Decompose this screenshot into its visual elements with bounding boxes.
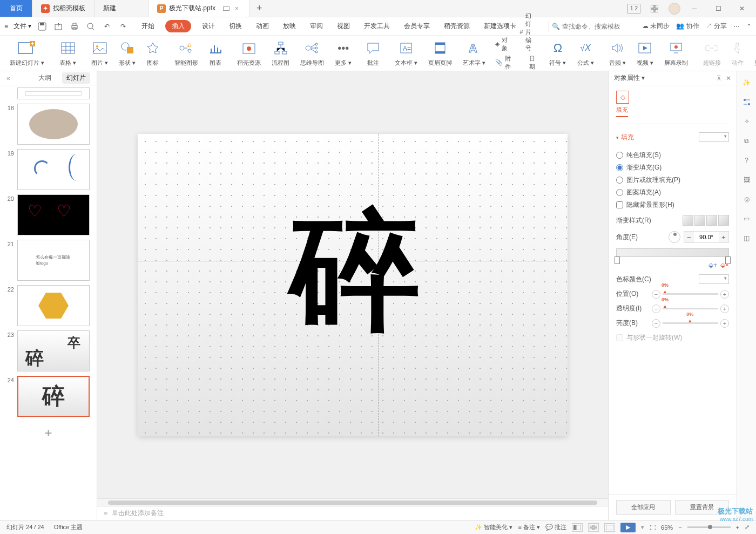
sidebar-image-icon[interactable]: 🖼	[742, 175, 752, 185]
menu-insert[interactable]: 插入	[165, 20, 191, 32]
sidebar-cube-icon[interactable]: ◫	[742, 233, 752, 243]
ribbon-screen-record[interactable]: 屏幕录制	[659, 39, 693, 67]
ribbon-flowchart[interactable]: 流程图	[266, 39, 295, 67]
print-icon[interactable]	[69, 21, 80, 32]
horizontal-scrollbar[interactable]	[97, 498, 608, 506]
tab-close-icon[interactable]: ×	[233, 5, 241, 12]
tab-home[interactable]: 首页	[0, 0, 32, 17]
ribbon-docer-res[interactable]: 稻壳资源	[232, 39, 266, 67]
fill-tab[interactable]: 填充	[616, 106, 628, 117]
smart-beautify[interactable]: ✨ 智能美化 ▾	[475, 523, 512, 531]
position-increase[interactable]: +	[720, 290, 729, 299]
zoom-value[interactable]: 65%	[661, 524, 673, 531]
close-panel-icon[interactable]: ✕	[726, 75, 731, 82]
position-decrease[interactable]: −	[652, 290, 660, 299]
ribbon-new-slide[interactable]: 新建幻灯片 ▾	[4, 39, 50, 67]
menu-hamburger-icon[interactable]: ≡	[4, 23, 8, 30]
slide-text[interactable]: 碎	[291, 185, 415, 360]
slide-thumb-23[interactable]: 23 碎卒	[4, 330, 92, 371]
ribbon-slide-number[interactable]: # 幻灯片编号	[519, 12, 535, 52]
menu-docer[interactable]: 稻壳资源	[441, 19, 473, 33]
tab-add[interactable]: +	[250, 0, 269, 17]
angle-spinner[interactable]: − +	[684, 231, 729, 243]
undo-icon[interactable]: ↶	[102, 21, 112, 32]
add-slide-button[interactable]: +	[4, 421, 92, 445]
section-fill[interactable]: 填充	[616, 133, 634, 142]
gradient-stop-right[interactable]	[725, 256, 731, 264]
angle-input[interactable]	[694, 234, 719, 240]
fill-tab-icon[interactable]: ◇	[616, 91, 629, 104]
sidebar-device-icon[interactable]: ▭	[742, 214, 752, 224]
sidebar-target-icon[interactable]: ◎	[742, 194, 752, 204]
sidebar-anim-icon[interactable]: ✧	[742, 117, 752, 126]
brightness-increase[interactable]: +	[720, 319, 729, 328]
search-input[interactable]	[562, 23, 632, 30]
menu-slideshow[interactable]: 放映	[280, 19, 299, 33]
ribbon-chart[interactable]: 图表	[204, 39, 227, 67]
ribbon-mindmap[interactable]: 思维导图	[295, 39, 329, 67]
slide-thumb-18[interactable]: 18	[4, 104, 92, 145]
menu-view[interactable]: 视图	[334, 19, 353, 33]
ribbon-icon-lib[interactable]: 图标	[141, 39, 165, 67]
transparency-decrease[interactable]: −	[652, 305, 660, 313]
grad-style-1[interactable]	[683, 215, 693, 226]
zoom-in[interactable]: +	[736, 524, 739, 531]
add-stop-icon[interactable]: ⬙+	[708, 261, 717, 269]
layout-badge-icon[interactable]: 1 2	[627, 4, 640, 13]
user-avatar[interactable]	[669, 3, 680, 15]
slide-thumb-22[interactable]: 22	[4, 285, 92, 326]
ribbon-comment[interactable]: 批注	[361, 39, 385, 67]
stop-color-picker[interactable]	[699, 274, 729, 284]
grad-style-4[interactable]	[718, 215, 729, 226]
gradient-stop-left[interactable]	[615, 256, 620, 264]
menu-design[interactable]: 设计	[199, 19, 218, 33]
angle-decrease[interactable]: −	[684, 232, 694, 242]
sidebar-settings-icon[interactable]	[742, 97, 752, 107]
fill-preset-dropdown[interactable]	[699, 132, 729, 142]
fullscreen-icon[interactable]: ⤢	[745, 524, 750, 531]
menu-newtab[interactable]: 新建选项卡	[481, 19, 519, 33]
transparency-slider[interactable]: ▲0%	[663, 308, 718, 309]
grad-style-2[interactable]	[694, 215, 705, 226]
slide-thumb-20[interactable]: 20 ♡♡	[4, 194, 92, 235]
slide-thumb-21[interactable]: 21 怎么在每一页都添加logo	[4, 240, 92, 281]
brightness-slider[interactable]: ▲0%	[663, 322, 718, 324]
pin-icon[interactable]: ⊼	[717, 75, 721, 82]
zoom-out[interactable]: −	[678, 524, 681, 531]
menu-vip[interactable]: 会员专享	[401, 19, 433, 33]
menu-review[interactable]: 审阅	[307, 19, 326, 33]
ribbon-table[interactable]: 表格 ▾	[54, 39, 82, 67]
grad-style-3[interactable]	[706, 215, 717, 226]
slide-thumb-partial[interactable]	[4, 87, 92, 99]
tab-docer[interactable]: ✦ 找稻壳模板	[32, 0, 94, 17]
preview-icon[interactable]	[85, 21, 96, 32]
menu-devtools[interactable]: 开发工具	[361, 19, 393, 33]
collapse-panel-icon[interactable]: «	[6, 75, 10, 82]
close-button[interactable]: ✕	[732, 0, 752, 17]
ribbon-symbol[interactable]: Ω 符号 ▾	[544, 39, 571, 67]
minimize-button[interactable]: ─	[685, 0, 704, 17]
more-icon[interactable]: ⋯	[733, 23, 740, 30]
brightness-decrease[interactable]: −	[652, 319, 660, 328]
ribbon-resources[interactable]: 资源夹	[749, 39, 756, 67]
sorter-view-icon[interactable]	[588, 523, 599, 532]
collapse-ribbon-icon[interactable]: ⌃	[746, 23, 752, 30]
slide-canvas[interactable]: 碎	[138, 134, 568, 436]
ribbon-shape[interactable]: 形状 ▾	[113, 39, 141, 67]
ribbon-wordart[interactable]: A 艺术字 ▾	[457, 39, 491, 67]
reset-bg-button[interactable]: 重置背景	[675, 500, 730, 515]
radio-picture-fill[interactable]: 图片或纹理填充(P)	[616, 175, 729, 185]
ribbon-audio[interactable]: 音频 ▾	[604, 39, 631, 67]
gradient-style-swatches[interactable]	[683, 215, 729, 226]
slides-tab[interactable]: 幻灯片	[62, 72, 90, 84]
coop-button[interactable]: 👥 协作	[676, 22, 699, 31]
redo-icon[interactable]: ↷	[118, 21, 129, 32]
ribbon-textbox[interactable]: A= 文本框 ▾	[389, 39, 423, 67]
zoom-slider[interactable]	[687, 526, 731, 528]
ribbon-picture[interactable]: 图片 ▾	[86, 39, 113, 67]
notes-pane[interactable]: ≡ 单击此处添加备注	[97, 506, 608, 520]
sync-status[interactable]: ☁ 未同步	[642, 22, 670, 31]
ribbon-equation[interactable]: √X 公式 ▾	[572, 39, 599, 67]
menu-animation[interactable]: 动画	[253, 19, 272, 33]
outline-tab[interactable]: 大纲	[34, 72, 56, 84]
